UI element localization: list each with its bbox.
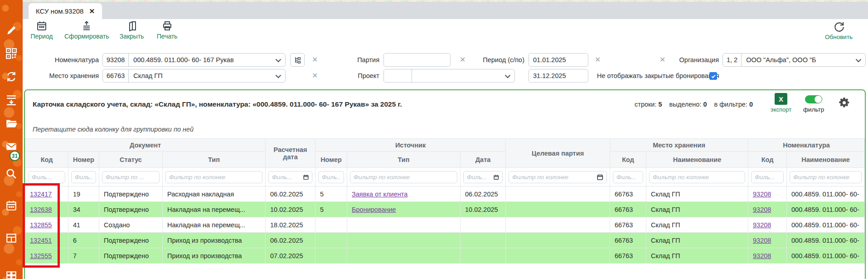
party-input[interactable] <box>383 53 451 67</box>
nomenclature-tree-button[interactable] <box>290 53 305 67</box>
nom-code-link[interactable]: 93208 <box>753 221 771 229</box>
group-storage[interactable]: Место хранения <box>610 139 748 152</box>
period-from-input[interactable] <box>529 53 588 67</box>
column-type[interactable]: Тип <box>163 152 266 168</box>
cell-status: Подтверждено <box>99 248 163 264</box>
table-row[interactable]: 1325557ПодтвержденоПриход из производств… <box>25 248 865 264</box>
tab-ksu[interactable]: КСУ ном.93208 ✕ <box>29 3 102 19</box>
table-row[interactable]: 13263834ПодтвержденоНакладная на перемещ… <box>25 202 865 217</box>
project-name[interactable] <box>412 69 514 82</box>
filter-input-code[interactable] <box>32 174 62 181</box>
code-link[interactable]: 132451 <box>30 237 52 244</box>
table-row[interactable]: 13241719ПодтвержденоРасходная накладная0… <box>25 186 865 202</box>
hide-closed-checkbox[interactable] <box>709 72 717 80</box>
party-clear-icon[interactable]: ✕ <box>460 53 466 67</box>
column-number[interactable]: Номер <box>68 152 99 168</box>
filter-input-src-type[interactable] <box>354 174 454 181</box>
organization-combo[interactable]: 1, 2 ООО "Альфа", ООО "Б <box>723 53 866 67</box>
refresh-button[interactable]: Обновить <box>825 21 853 40</box>
filter-toggle[interactable] <box>805 95 822 103</box>
qr-code-icon[interactable] <box>5 48 17 59</box>
folder-icon[interactable] <box>5 117 17 129</box>
column-target-party[interactable]: Целевая партия <box>506 139 610 168</box>
organization-label: Организация <box>675 53 719 67</box>
project-combo[interactable] <box>383 69 515 83</box>
cell-calc-date: 18.02.2025 <box>266 217 315 233</box>
pencil-icon[interactable] <box>5 24 17 36</box>
filter-input-store-code[interactable] <box>616 174 640 181</box>
cell-type: Накладная на перемещ... <box>163 217 266 233</box>
cell-src-date: 10.02.2025 <box>461 202 506 217</box>
group-nomenclature[interactable]: Номенклатура <box>748 139 865 152</box>
filter-input-calc-date[interactable] <box>272 174 301 181</box>
column-nom-code[interactable]: Код <box>748 152 787 168</box>
cell-src-number <box>315 233 347 248</box>
column-code[interactable]: Код <box>25 152 68 168</box>
grid-icon[interactable] <box>5 232 17 244</box>
table-row[interactable]: 13285541СозданоНакладная на перемещ...18… <box>25 217 865 233</box>
tab-close-icon[interactable]: ✕ <box>89 7 95 15</box>
nom-code-link[interactable]: 93208 <box>753 252 771 259</box>
feed-icon[interactable] <box>5 94 17 106</box>
cell-target-party <box>506 202 610 217</box>
generate-button[interactable]: Сформировать <box>64 20 109 40</box>
filter-input-nom-name[interactable] <box>793 174 858 181</box>
column-store-code[interactable]: Код <box>610 152 646 168</box>
filter-input-number[interactable] <box>75 174 92 181</box>
code-link[interactable]: 132417 <box>30 191 52 198</box>
nomenclature-clear-icon[interactable]: ✕ <box>312 53 318 67</box>
code-link[interactable]: 132555 <box>30 252 52 259</box>
column-store-name[interactable]: Наименование <box>646 152 748 168</box>
column-src-number[interactable]: Номер <box>315 152 347 168</box>
calendar-icon[interactable] <box>597 174 603 181</box>
nomenclature-name[interactable]: 000.4859. 011.000- 60- 167 Рукав <box>129 54 285 66</box>
code-link[interactable]: 132638 <box>30 206 52 213</box>
nom-code-link[interactable]: 93208 <box>753 206 771 213</box>
period-button[interactable]: Период <box>29 20 54 40</box>
nom-code-link[interactable]: 93208 <box>753 237 771 244</box>
organization-code[interactable]: 1, 2 <box>723 54 742 66</box>
sync-icon[interactable] <box>5 71 17 83</box>
column-status[interactable]: Статус <box>99 152 163 168</box>
filter-input-src-date[interactable] <box>467 174 492 181</box>
settings-button[interactable] <box>839 97 850 110</box>
filter-input-src-number[interactable] <box>322 174 340 181</box>
calendar-icon[interactable] <box>5 200 17 211</box>
cell-status: Подтверждено <box>99 233 163 248</box>
period-to-input[interactable] <box>529 69 588 83</box>
search-icon[interactable] <box>5 168 17 180</box>
calendar-icon[interactable] <box>303 174 309 181</box>
filter-input-target-party[interactable] <box>512 174 595 181</box>
src-type-link[interactable]: Заявка от клиента <box>352 191 407 198</box>
filter-input-type[interactable] <box>169 174 259 181</box>
column-calc-date[interactable]: Расчетная дата <box>266 139 315 168</box>
group-source[interactable]: Источник <box>315 139 506 152</box>
filter-input-nom-code[interactable] <box>755 174 780 181</box>
period-clear-icon[interactable]: ✕ <box>595 53 601 67</box>
group-document[interactable]: Документ <box>25 139 266 152</box>
storage-code[interactable]: 66763 <box>103 69 129 82</box>
src-type-link[interactable]: Бронирование <box>352 206 396 213</box>
filter-input-store-name[interactable] <box>653 174 742 181</box>
organization-clear-icon[interactable]: ✕ <box>659 53 665 67</box>
nom-code-link[interactable]: 93208 <box>753 191 771 198</box>
print-button[interactable]: Печать <box>155 20 180 40</box>
filter-input-status[interactable] <box>106 174 156 181</box>
project-code[interactable] <box>384 69 412 82</box>
column-nom-name[interactable]: Наименование <box>787 152 865 168</box>
storage-combo[interactable]: 66763 Склад ГП <box>102 69 286 83</box>
export-button[interactable]: X экспорт <box>771 93 791 113</box>
nomenclature-combo[interactable]: 93208 000.4859. 011.000- 60- 167 Рукав <box>102 53 286 67</box>
apps-icon[interactable] <box>5 270 17 279</box>
close-button[interactable]: Закрыть <box>119 20 145 40</box>
table-row[interactable]: 1324516ПодтвержденоПриход из производств… <box>25 233 865 248</box>
organization-name[interactable]: ООО "Альфа", ООО "Б <box>742 54 865 66</box>
storage-name[interactable]: Склад ГП <box>129 69 285 82</box>
nomenclature-code[interactable]: 93208 <box>103 54 129 66</box>
storage-clear-icon[interactable]: ✕ <box>312 69 318 83</box>
calendar-icon[interactable] <box>494 174 499 181</box>
column-src-date[interactable]: Дата <box>461 152 506 168</box>
code-link[interactable]: 132855 <box>30 221 52 229</box>
cell-calc-date: 10.02.2025 <box>266 202 315 217</box>
column-src-type[interactable]: Тип <box>347 152 461 168</box>
